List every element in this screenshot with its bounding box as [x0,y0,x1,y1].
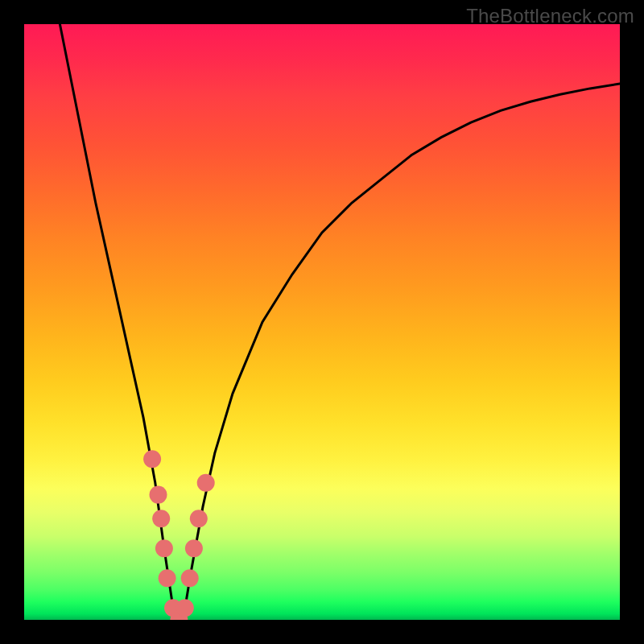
marker-point [152,510,170,527]
plot-area [24,24,620,620]
watermark-text: TheBottleneck.com [466,5,634,27]
marker-point [190,510,208,527]
marker-point [181,569,199,587]
marker-point [143,450,161,468]
marker-point [197,474,215,492]
marker-point [155,539,173,557]
chart-svg [24,24,620,620]
marker-point [159,569,176,587]
chart-frame: TheBottleneck.com [0,0,644,644]
marker-point [150,486,167,504]
bottleneck-curve [60,24,620,620]
marker-point [185,539,203,557]
marker-point [176,599,194,617]
